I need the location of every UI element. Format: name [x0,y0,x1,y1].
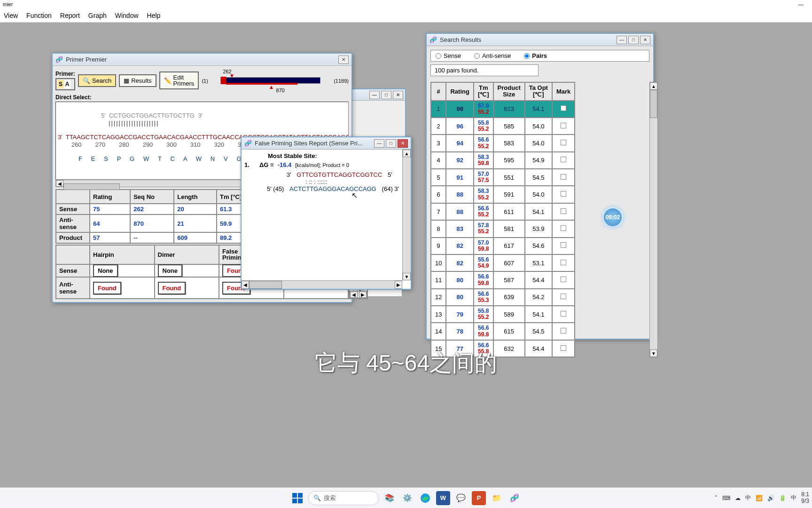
results-vscrollbar[interactable]: ▲ ▼ [649,82,658,357]
taskbar-search[interactable]: 🔍 搜索 [308,491,379,505]
dimer-sense-button[interactable]: None [158,264,183,277]
taskbar-settings-icon[interactable]: ⚙️ [400,491,414,505]
table-row[interactable]: 128056.655.363954.2 [431,289,575,306]
scroll-up-icon[interactable]: ▲ [403,150,411,157]
scroll-left-icon[interactable]: ◀ [242,281,249,289]
taskbar-primerpremier-icon[interactable]: 🧬 [508,491,522,505]
minimize-icon[interactable]: — [798,1,804,7]
edit-icon: ✏️ [164,78,172,84]
menu-view[interactable]: View [4,12,18,19]
tray-time[interactable]: 8:1 [801,492,809,498]
table-row[interactable]: 108255.654.960753.1 [431,254,575,271]
close-button[interactable]: ✕ [338,56,349,64]
hairpin-antisense-button[interactable]: Found [93,282,121,294]
menu-report[interactable]: Report [60,12,80,19]
menu-help[interactable]: Help [147,12,161,19]
table-row[interactable]: 147856.659.861554.5 [431,323,575,340]
taskbar-word-icon[interactable]: W [436,491,450,505]
cell-rating: 79 [446,306,473,323]
table-row[interactable]: 98257.059.861754.6 [431,238,575,254]
cell-mark[interactable] [552,186,575,203]
tray-ime[interactable]: 中 [745,494,751,502]
cell-tm: 58.355.2 [474,186,493,203]
false-priming-report-window: 🧬 False Priming Sites Report (Sense Pri.… [241,136,412,290]
cell-mark[interactable] [552,340,575,357]
scroll-up-icon[interactable]: ▲ [650,82,657,90]
cell-mark[interactable] [552,220,575,237]
cell-mark[interactable] [552,203,575,220]
maximize-button[interactable]: □ [381,91,391,99]
table-row[interactable]: 29655.855.258554.0 [431,118,575,135]
table-row[interactable]: 88357.855.258153.9 [431,220,575,237]
scroll-down-icon[interactable]: ▼ [403,273,411,280]
scroll-right-icon[interactable]: ▶ [359,291,367,298]
cell-productsize: 611 [493,203,525,220]
report-vscrollbar[interactable]: ▲ ▼ [402,150,411,280]
taskbar-books-icon[interactable]: 📚 [383,491,397,505]
report-hscrollbar[interactable]: ◀ ▶ [242,280,402,289]
scroll-left-icon[interactable]: ◀ [350,291,358,298]
maximize-button[interactable]: □ [386,139,396,148]
cell-mark[interactable] [552,306,575,323]
table-row[interactable]: 19857.055.261354.1 [431,101,575,118]
tray-ime2[interactable]: 中 [791,494,796,502]
hairpin-sense-button[interactable]: None [93,264,118,277]
fragment-hscrollbar[interactable]: ◀ ▶ [350,291,367,298]
taskbar-edge-icon[interactable] [418,491,432,505]
minimize-button[interactable]: — [374,139,384,148]
radio-antisense[interactable]: Anti-sense [474,52,511,59]
tray-wifi-icon[interactable]: 📶 [756,495,763,501]
table-row[interactable]: 39456.655.258354.0 [431,135,575,151]
svg-rect-1 [298,493,303,498]
minimize-button[interactable]: — [617,36,627,44]
close-button[interactable]: ✕ [393,91,403,99]
cell-mark[interactable] [552,289,575,306]
edit-primers-button[interactable]: ✏️ Edit Primers [159,71,199,89]
start-button[interactable] [290,491,304,505]
cell-mark[interactable] [552,238,575,254]
menu-window[interactable]: Window [115,12,139,19]
cell-mark[interactable] [552,152,575,169]
maximize-button[interactable]: □ [628,36,639,44]
table-row[interactable]: 59157.057.555154.5 [431,169,575,186]
sa-toggle[interactable]: S A [55,78,75,90]
tray-onedrive-icon[interactable]: ☁ [735,495,741,501]
close-button[interactable]: ✕ [398,139,408,148]
scroll-down-icon[interactable]: ▼ [650,349,657,357]
table-row[interactable]: 137955.855.258954.1 [431,306,575,323]
cell-mark[interactable] [552,254,575,271]
antisense-toggle[interactable]: A [64,80,70,88]
tray-chevron-icon[interactable]: ˄ [715,495,718,501]
table-row[interactable]: 49258.359.859554.9 [431,152,575,169]
menu-graph[interactable]: Graph [88,12,107,19]
results-button[interactable]: ▦ Results [119,74,156,87]
cell-mark[interactable] [552,135,575,151]
scroll-left-icon[interactable]: ◀ [56,180,63,187]
cell-mark[interactable] [552,323,575,340]
close-button[interactable]: ✕ [640,36,650,44]
table-row[interactable]: 68858.355.259154.0 [431,186,575,203]
primer-position-graph[interactable]: (1) 262 ▼ ▲ (1189) 870 [202,69,349,92]
sense-toggle[interactable]: S [57,80,64,88]
minimize-button[interactable]: — [369,91,380,99]
cell-mark[interactable] [552,118,575,135]
table-row[interactable]: 78856.655.261154.1 [431,203,575,220]
cell-mark[interactable] [552,271,575,288]
tray-date[interactable]: 9/3 [801,498,809,504]
taskbar-powerpoint-icon[interactable]: P [472,491,486,505]
cell-mark[interactable] [552,169,575,186]
taskbar-explorer-icon[interactable]: 📁 [490,491,504,505]
taskbar-wechat-icon[interactable]: 💬 [454,491,468,505]
table-row[interactable]: 118056.659.858754.4 [431,271,575,288]
dimer-antisense-button[interactable]: Found [158,282,186,294]
menu-function[interactable]: Function [26,12,52,19]
scroll-right-icon[interactable]: ▶ [395,281,402,289]
tray-volume-icon[interactable]: 🔊 [767,495,774,501]
radio-sense[interactable]: Sense [436,52,461,59]
tray-keyboard-icon[interactable]: ⌨ [722,495,730,501]
radio-pairs[interactable]: Pairs [524,52,547,59]
tray-battery-icon[interactable]: 🔋 [779,495,786,501]
clock-widget[interactable]: 09:02 [602,207,623,228]
search-button[interactable]: 🔍 Search [78,74,116,87]
cell-mark[interactable] [552,101,575,118]
